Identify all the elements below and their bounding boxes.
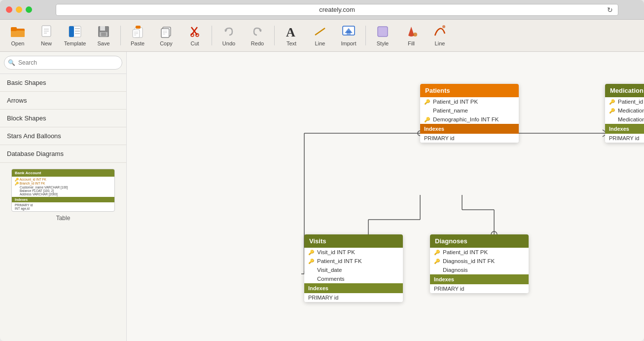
redo-button[interactable]: Redo xyxy=(244,21,271,50)
fill-icon xyxy=(404,25,418,38)
title-bar: creately.com ↻ xyxy=(0,0,644,20)
cut-button[interactable]: Cut xyxy=(181,21,209,50)
visits-row-2: 🔑 Patient_id INT FK xyxy=(304,257,403,265)
row-text: Diagnosis_id INT FK xyxy=(443,258,495,264)
import-icon xyxy=(342,25,356,38)
maximize-button[interactable] xyxy=(26,6,32,13)
patients-table[interactable]: Patients 🔑 Patient_id INT PK Patient_nam… xyxy=(420,84,519,143)
medication-row-1: 🔑 Patient_id INT PK xyxy=(605,97,644,106)
redo-icon xyxy=(250,25,264,38)
paste-label: Paste xyxy=(131,40,144,46)
visits-header: Visits xyxy=(304,234,403,248)
line-icon xyxy=(313,25,327,38)
visits-index-row: PRIMARY id xyxy=(304,293,403,302)
text-button[interactable]: A Text xyxy=(278,21,305,50)
separator-4 xyxy=(365,26,366,45)
address-bar[interactable]: creately.com ↻ xyxy=(56,4,618,16)
paste-icon xyxy=(131,25,144,38)
template-icon xyxy=(68,25,82,38)
diagnoses-table[interactable]: Diagnoses 🔑 Patient_id INT PK 🔑 Diagnosi… xyxy=(430,234,529,293)
patients-index-row: PRIMARY id xyxy=(420,134,519,143)
save-button[interactable]: Save xyxy=(90,21,117,50)
template-button[interactable]: Template xyxy=(61,21,89,50)
separator-3 xyxy=(274,26,275,45)
save-icon xyxy=(97,25,110,38)
diagnoses-header: Diagnoses xyxy=(430,234,529,248)
medication-row-3: Medication_name xyxy=(605,115,644,124)
cut-icon xyxy=(188,25,202,38)
shape-preview-area: Bank Account 🔑 Account_id INT FK 🔑 Branc… xyxy=(0,163,126,227)
medication-row-2: 🔑 Medication_id INT FK xyxy=(605,106,644,115)
visits-table[interactable]: Visits 🔑 Visit_id INT PK 🔑 Patient_id IN… xyxy=(304,234,403,302)
medication-index-row: PRIMARY id xyxy=(605,134,644,143)
undo-button[interactable]: Undo xyxy=(215,21,243,50)
fill-button[interactable]: Fill xyxy=(397,21,425,50)
svg-rect-37 xyxy=(347,31,351,35)
line-button[interactable]: Line xyxy=(306,21,334,50)
key-icon: 🔑 xyxy=(434,250,440,255)
paste-button[interactable]: Paste xyxy=(124,21,151,50)
linedraw-label: Line xyxy=(435,40,445,46)
patients-indexes-header: Indexes xyxy=(420,124,519,134)
medication-header: Medication xyxy=(605,84,644,97)
diagnoses-indexes-header: Indexes xyxy=(430,274,529,284)
svg-point-41 xyxy=(442,25,445,28)
linedraw-button[interactable]: Line xyxy=(426,21,454,50)
row-text: Patient_id INT PK xyxy=(433,99,478,105)
visits-body: 🔑 Visit_id INT PK 🔑 Patient_id INT FK Vi… xyxy=(304,248,403,283)
diagnoses-index-row: PRIMARY id xyxy=(430,284,529,293)
visits-row-1: 🔑 Visit_id INT PK xyxy=(304,248,403,257)
style-button[interactable]: Style xyxy=(369,21,396,50)
table-thumbnail[interactable]: Bank Account 🔑 Account_id INT FK 🔑 Branc… xyxy=(11,169,115,212)
row-text: Patient_id INT PK xyxy=(443,249,488,255)
import-button[interactable]: Import xyxy=(335,21,362,50)
svg-point-40 xyxy=(413,33,417,37)
row-text: Comments xyxy=(308,276,345,282)
svg-rect-1 xyxy=(11,31,25,37)
open-button[interactable]: Open xyxy=(4,21,32,50)
key-icon: 🔑 xyxy=(308,250,314,255)
new-button[interactable]: New xyxy=(33,21,60,50)
row-text: Patient_id INT PK xyxy=(618,99,644,105)
redo-label: Redo xyxy=(251,40,264,46)
sidebar-item-block-shapes[interactable]: Block Shapes xyxy=(0,110,126,127)
row-text: Visit_date xyxy=(308,267,342,273)
key-icon: 🔑 xyxy=(609,99,615,105)
url-text: creately.com xyxy=(319,6,355,13)
diagnoses-body: 🔑 Patient_id INT PK 🔑 Diagnosis_id INT F… xyxy=(430,248,529,274)
fill-label: Fill xyxy=(408,40,415,46)
svg-rect-2 xyxy=(11,27,17,31)
sidebar-item-stars-balloons[interactable]: Stars And Balloons xyxy=(0,127,126,145)
canvas-area[interactable]: Patients 🔑 Patient_id INT PK Patient_nam… xyxy=(127,52,644,341)
new-label: New xyxy=(41,40,52,46)
line-label: Line xyxy=(315,40,325,46)
sidebar-item-database-diagrams[interactable]: Database Diagrams xyxy=(0,145,126,163)
template-label: Template xyxy=(64,40,86,46)
toolbar: Open New xyxy=(0,20,644,52)
close-button[interactable] xyxy=(6,6,12,13)
key-icon: 🔑 xyxy=(609,108,615,114)
sidebar-item-arrows[interactable]: Arrows xyxy=(0,92,126,110)
folder-icon xyxy=(11,25,25,38)
svg-rect-23 xyxy=(161,29,169,38)
sidebar-item-basic-shapes[interactable]: Basic Shapes xyxy=(0,74,126,92)
save-label: Save xyxy=(97,40,109,46)
text-icon: A xyxy=(285,25,298,38)
diagnoses-row-1: 🔑 Patient_id INT PK xyxy=(430,248,529,257)
search-icon: 🔍 xyxy=(8,59,15,66)
svg-rect-17 xyxy=(136,26,141,29)
medication-table[interactable]: Medication 🔑 Patient_id INT PK 🔑 Medicat… xyxy=(605,84,644,143)
search-box: 🔍 xyxy=(0,52,126,74)
search-input[interactable] xyxy=(4,56,122,70)
refresh-button[interactable]: ↻ xyxy=(605,5,615,15)
main-content: 🔍 Basic Shapes Arrows Block Shapes Stars… xyxy=(0,52,644,341)
diagnoses-row-3: Diagnosis xyxy=(430,265,529,274)
row-text: Visit_id INT PK xyxy=(317,249,355,255)
thumbnail-label: Table xyxy=(56,215,71,222)
patients-row-3: 🔑 Demographic_Info INT FK xyxy=(420,115,519,124)
row-text: Patient_id INT FK xyxy=(317,258,362,264)
copy-button[interactable]: Copy xyxy=(152,21,180,50)
sidebar: 🔍 Basic Shapes Arrows Block Shapes Stars… xyxy=(0,52,127,341)
medication-body: 🔑 Patient_id INT PK 🔑 Medication_id INT … xyxy=(605,97,644,124)
minimize-button[interactable] xyxy=(16,6,22,13)
